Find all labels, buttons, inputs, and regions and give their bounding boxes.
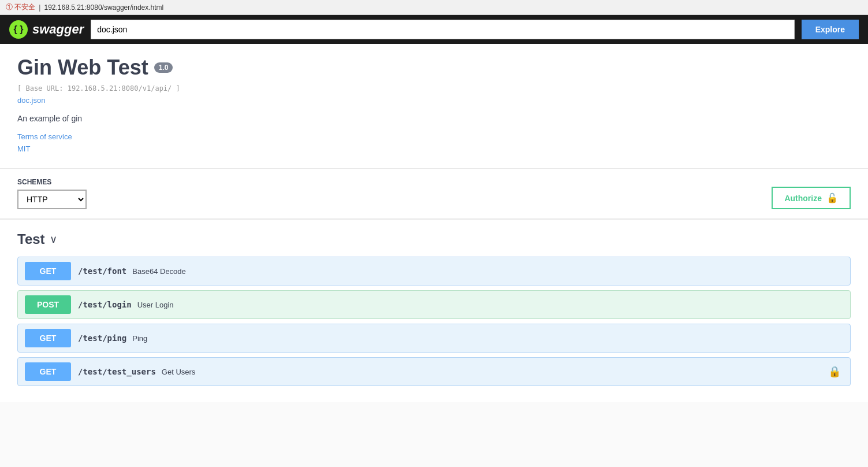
browser-bar: ① 不安全 | 192.168.5.21:8080/swagger/index.… <box>0 0 868 15</box>
terms-of-service-link[interactable]: Terms of service <box>17 132 851 141</box>
endpoint-path-login: /test/login <box>78 300 132 309</box>
base-url: [ Base URL: 192.168.5.21:8080/v1/api/ ] <box>17 84 851 92</box>
api-section-test: Test ∨ GET /test/font Base64 Decode POST… <box>0 220 868 402</box>
explore-button[interactable]: Explore <box>802 20 859 39</box>
insecure-indicator: ① 不安全 <box>6 2 35 12</box>
api-title: Gin Web Test <box>17 55 148 80</box>
authorize-button[interactable]: Authorize 🔓 <box>772 187 851 209</box>
mit-license-link[interactable]: MIT <box>17 144 851 153</box>
browser-separator: | <box>39 3 40 12</box>
endpoint-path: /test/font <box>78 266 126 276</box>
section-title: Test <box>17 231 45 247</box>
endpoint-row-test-ping[interactable]: GET /test/ping Ping <box>17 324 851 353</box>
swagger-logo-icon: { } <box>9 20 28 39</box>
schemes-label: Schemes <box>17 178 87 186</box>
schemes-section: Schemes HTTP HTTPS Authorize 🔓 <box>0 169 868 220</box>
api-description: An example of gin <box>17 114 851 123</box>
doc-json-link[interactable]: doc.json <box>17 96 851 105</box>
chevron-down-icon: ∨ <box>50 233 57 246</box>
endpoint-desc-ping: Ping <box>132 334 147 343</box>
browser-url: 192.168.5.21:8080/swagger/index.html <box>44 3 163 12</box>
endpoint-path-users: /test/test_users <box>78 367 156 376</box>
endpoint-row-test-font[interactable]: GET /test/font Base64 Decode <box>17 257 851 286</box>
endpoint-desc: Base64 Decode <box>132 267 186 276</box>
swagger-logo: { } swagger <box>9 20 84 39</box>
schemes-wrapper: Schemes HTTP HTTPS <box>17 178 87 209</box>
endpoint-row-test-users[interactable]: GET /test/test_users Get Users 🔒 <box>17 357 851 386</box>
method-badge-get-ping: GET <box>25 329 71 347</box>
section-header[interactable]: Test ∨ <box>17 231 851 247</box>
endpoint-row-test-login[interactable]: POST /test/login User Login <box>17 290 851 319</box>
endpoint-desc-users: Get Users <box>162 368 196 376</box>
lock-icon: 🔓 <box>826 192 838 203</box>
authorize-label: Authorize <box>784 194 822 203</box>
endpoint-path-ping: /test/ping <box>78 333 126 343</box>
endpoint-desc-login: User Login <box>137 301 174 309</box>
scheme-select[interactable]: HTTP HTTPS <box>17 190 87 209</box>
method-badge-post: POST <box>25 295 71 314</box>
swagger-navbar: { } swagger Explore <box>0 15 868 44</box>
endpoint-lock-icon: 🔒 <box>828 365 850 378</box>
swagger-logo-text: swagger <box>32 22 84 37</box>
api-url-input[interactable] <box>91 20 794 39</box>
version-badge: 1.0 <box>154 62 173 73</box>
method-badge-get: GET <box>25 262 71 280</box>
api-info-section: Gin Web Test 1.0 [ Base URL: 192.168.5.2… <box>0 44 868 169</box>
method-badge-get-users: GET <box>25 362 71 381</box>
api-title-row: Gin Web Test 1.0 <box>17 55 851 80</box>
